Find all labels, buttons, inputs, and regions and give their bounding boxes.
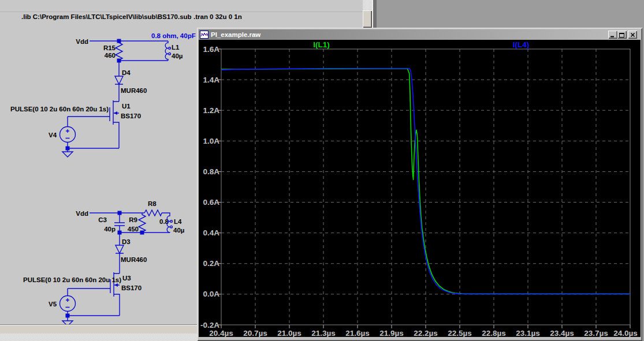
waveform-icon xyxy=(200,30,209,39)
component-ref[interactable]: V4 xyxy=(49,132,57,138)
minimize-icon xyxy=(610,32,616,38)
close-button[interactable] xyxy=(628,31,637,39)
inductor-L1[interactable]: L1 40µ xyxy=(165,41,183,61)
y-tick-label: 0.4A xyxy=(203,228,219,237)
waveform-plot-pane[interactable]: 20.4µs20.7µs21.0µs21.3µs21.6µs21.9µs22.2… xyxy=(199,40,641,337)
minimize-button[interactable] xyxy=(608,31,617,39)
component-ref[interactable]: D4 xyxy=(122,69,131,76)
diode-D3[interactable]: D3 MUR460 xyxy=(116,238,147,263)
wire-junction xyxy=(66,314,70,318)
wire[interactable] xyxy=(68,41,168,152)
net-label-vdd[interactable]: Vdd xyxy=(76,38,88,45)
x-tick-label: 22.5µs xyxy=(448,329,472,337)
component-ref[interactable]: R8 xyxy=(148,200,157,207)
mosfet-U1[interactable]: U1 BS170 xyxy=(110,100,141,125)
window-title: PI_example.raw xyxy=(211,31,641,38)
y-tick-label: 1.2A xyxy=(203,106,219,115)
component-value[interactable]: 450 xyxy=(128,226,139,233)
net-label-vdd[interactable]: Vdd xyxy=(76,210,88,217)
ground-symbol[interactable] xyxy=(62,152,73,157)
component-ref[interactable]: C3 xyxy=(98,216,107,223)
component-value[interactable]: PULSE(0 10 2u 60n 60n 20u 1s) xyxy=(23,276,121,283)
circuit-top: Vdd R15 460 L1 40µ xyxy=(10,38,183,157)
x-tick-label: 20.7µs xyxy=(243,329,267,337)
y-tick-label: 1.4A xyxy=(203,76,219,84)
waveform-chart[interactable]: 20.4µs20.7µs21.0µs21.3µs21.6µs21.9µs22.2… xyxy=(199,40,641,337)
y-tick-label: 0.0A xyxy=(203,290,219,298)
x-tick-label: 21.0µs xyxy=(277,329,301,337)
component-ref[interactable]: L4 xyxy=(174,218,182,225)
wire-junction xyxy=(118,231,122,235)
x-tick-label: 24.0µs xyxy=(613,329,638,337)
resistor-R9[interactable]: R9 450 xyxy=(128,213,146,233)
component-value[interactable]: 460 xyxy=(105,52,116,59)
schematic-horizontal-scrollbar[interactable] xyxy=(0,333,199,341)
toolbar-bottom-edge xyxy=(0,12,363,12)
x-tick-label: 23.1µs xyxy=(516,329,540,337)
legend-label-IL1[interactable]: I(L1) xyxy=(313,40,330,49)
schematic-vertical-scrollbar[interactable] xyxy=(363,0,372,28)
x-tick-label: 22.8µs xyxy=(482,329,506,337)
component-ref[interactable]: V5 xyxy=(49,301,57,308)
x-tick-label: 20.4µs xyxy=(209,329,233,337)
y-tick-label: 0.2A xyxy=(203,259,219,268)
x-tick-label: 21.3µs xyxy=(311,329,336,337)
component-model[interactable]: BS170 xyxy=(121,113,141,119)
x-tick-label: 23.4µs xyxy=(550,329,574,337)
spice-directive-tran[interactable]: .tran 0 32u 0 1n xyxy=(193,13,242,20)
y-tick-label: 0.6A xyxy=(203,198,219,207)
spice-directive-lib[interactable]: .lib C:\Program Files\LTC\LTspiceIV\lib\… xyxy=(21,13,192,20)
component-ref[interactable]: U1 xyxy=(122,103,131,110)
scrollbar-thumb[interactable] xyxy=(363,10,372,28)
component-value[interactable]: PULSE(0 10 2u 60n 60n 20u 1s) xyxy=(10,106,109,113)
resistor-R15[interactable]: R15 460 xyxy=(103,41,122,61)
maximize-button[interactable] xyxy=(617,31,627,39)
component-model[interactable]: MUR460 xyxy=(121,256,147,263)
schematic-horizontal-scrollbar-thumb[interactable] xyxy=(0,325,199,333)
y-tick-label: 1.0A xyxy=(203,137,219,145)
voltage-source-V5[interactable]: V5 PULSE(0 10 2u 60n 60n 20u 1s) xyxy=(23,276,121,312)
component-ref[interactable]: U3 xyxy=(122,275,131,282)
circuit-bottom: Vdd C3 40p R9 450 R8 xyxy=(23,200,184,326)
schematic-annotation[interactable]: 0.8 ohm, 40pF xyxy=(151,32,196,39)
component-ref[interactable]: R9 xyxy=(129,216,137,223)
wire-junction xyxy=(118,211,122,215)
y-tick-label: 0.8A xyxy=(203,167,219,176)
waveform-window-titlebar[interactable]: PI_example.raw xyxy=(199,29,641,40)
component-ref[interactable]: D3 xyxy=(122,238,131,245)
legend-label-IL4[interactable]: I(L4) xyxy=(513,40,530,49)
maximize-icon xyxy=(619,32,625,38)
mdi-background xyxy=(377,0,644,28)
diode-D4[interactable]: D4 MUR460 xyxy=(115,69,147,94)
component-value[interactable]: 40µ xyxy=(172,53,183,59)
x-tick-label: 23.7µs xyxy=(584,329,608,337)
x-tick-label: 21.9µs xyxy=(379,329,404,337)
voltage-source-V4[interactable]: V4 PULSE(0 10 2u 60n 60n 20u 1s) xyxy=(10,106,109,143)
component-ref[interactable]: R15 xyxy=(103,44,116,51)
y-tick-label: 1.6A xyxy=(203,45,219,54)
component-value[interactable]: 40µ xyxy=(173,227,184,234)
waveform-window[interactable]: PI_example.raw 20.4µs20.7µs21.0µs21.3µs2… xyxy=(197,28,642,341)
wire-junction xyxy=(66,147,70,151)
component-ref[interactable]: L1 xyxy=(172,44,180,51)
component-value[interactable]: 0.8 xyxy=(159,218,169,225)
component-model[interactable]: MUR460 xyxy=(121,87,147,94)
ltspice-application: .lib C:\Program Files\LTC\LTspiceIV\lib\… xyxy=(0,0,644,341)
y-tick-label: -0.2A xyxy=(200,321,219,329)
component-value[interactable]: 40p xyxy=(104,226,116,233)
component-model[interactable]: BS170 xyxy=(121,284,142,291)
x-tick-label: 22.2µs xyxy=(414,329,438,337)
x-tick-label: 21.6µs xyxy=(345,329,370,337)
close-icon xyxy=(630,32,635,38)
wire[interactable] xyxy=(68,213,170,321)
capacitor-C3[interactable]: C3 40p xyxy=(98,216,125,233)
